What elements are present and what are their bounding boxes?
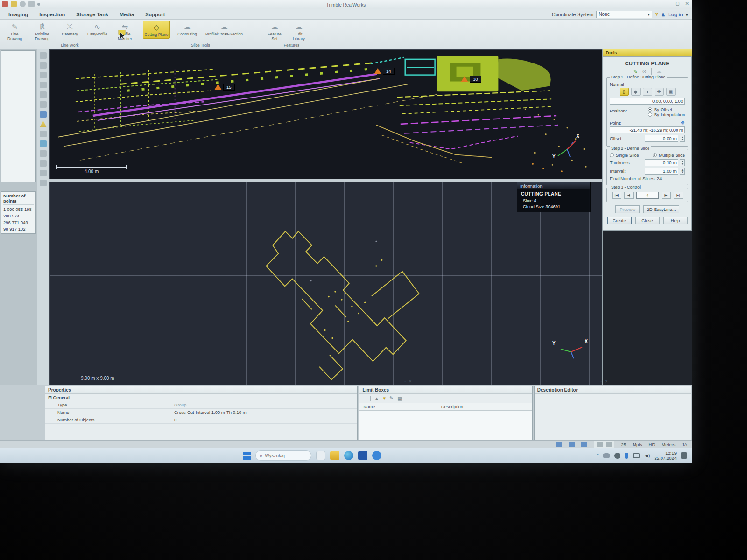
viewport-3d[interactable]: 15 14 30 4.00 m	[49, 49, 602, 179]
snapshot-icon[interactable]	[40, 160, 47, 167]
thickness-spinner[interactable]: ▲▼	[680, 159, 685, 166]
pick-point-icon[interactable]: ❖	[680, 120, 685, 126]
grid-icon[interactable]	[28, 1, 35, 7]
next-slice-button[interactable]: ▶	[662, 192, 671, 199]
coordinate-system-dropdown[interactable]: None ▾	[596, 11, 652, 18]
circle-icon[interactable]	[20, 1, 26, 7]
more-icon[interactable]	[37, 3, 40, 6]
taskbar-clock[interactable]: 12:19 25.07.2024	[654, 450, 677, 461]
feature-set-button[interactable]: ☁ Feature Set	[264, 21, 285, 42]
file-explorer-icon[interactable]	[330, 451, 339, 460]
normal-x-button[interactable]: ◆	[631, 88, 641, 96]
close-button[interactable]: ✕	[685, 1, 689, 6]
prev-slice-button[interactable]: ◀	[624, 192, 634, 199]
description-editor-body[interactable]	[535, 394, 691, 440]
display-options-icon[interactable]	[40, 62, 47, 69]
point-input[interactable]: -21.43 m; -16.29 m; 0.00 m	[610, 126, 685, 133]
settings-icon[interactable]	[40, 180, 47, 186]
cloud-render-icon[interactable]	[597, 442, 603, 447]
reset-plane-icon[interactable]: ☁	[656, 69, 662, 75]
offset-spinner[interactable]: ▲▼	[680, 135, 685, 142]
station-marker[interactable]: 15	[214, 84, 235, 91]
target-icon[interactable]	[40, 170, 47, 176]
single-slice-radio[interactable]: Single Slice	[610, 153, 639, 158]
remove-box-icon[interactable]: –	[363, 396, 366, 401]
pane-close-icon[interactable]: ✕	[605, 379, 608, 384]
tab-media[interactable]: Media	[114, 10, 140, 19]
office-app-icon[interactable]	[358, 451, 367, 460]
current-slice-input[interactable]: 4	[636, 192, 659, 199]
pane-close-icon[interactable]: ✕	[409, 379, 412, 384]
camera-icon[interactable]	[40, 150, 47, 157]
select-icon[interactable]	[40, 101, 47, 108]
by-offset-radio[interactable]: By Offset	[648, 107, 685, 112]
edit-plane-icon[interactable]: ✎	[633, 69, 637, 75]
create-button[interactable]: Create	[607, 217, 632, 224]
minimize-button[interactable]: –	[667, 1, 670, 6]
normal-y-button[interactable]: ◗	[643, 88, 652, 96]
close-tool-button[interactable]: Close	[635, 217, 660, 224]
network-icon[interactable]	[614, 453, 620, 459]
limit-boxes-description-column[interactable]: Description	[437, 403, 467, 410]
easyline-button[interactable]: 2D-EasyLine...	[643, 205, 679, 213]
tab-storage-tank[interactable]: Storage Tank	[70, 10, 114, 19]
limit-boxes-name-column[interactable]: Name	[359, 403, 437, 410]
maximize-button[interactable]: ▢	[675, 1, 679, 6]
cutting-plane-button[interactable]: ◇ Cutting Plane	[143, 21, 170, 39]
login-button[interactable]: Log in	[668, 12, 683, 17]
viewport-2d[interactable]: Information CUTTING PLANE Slice 4 Cloud …	[49, 182, 602, 385]
task-view-icon[interactable]	[316, 451, 325, 460]
help-icon[interactable]: ?	[655, 12, 658, 17]
teams-icon[interactable]	[372, 451, 381, 460]
pan-icon[interactable]	[40, 82, 47, 88]
profile-cross-section-button[interactable]: ☁ Profile/Cross-Section	[204, 21, 244, 38]
station-marker[interactable]: 14	[374, 68, 395, 75]
normal-input[interactable]: 0.00, 0.00, 1.00	[610, 98, 685, 105]
notification-icon[interactable]	[681, 452, 687, 459]
interval-input[interactable]: 1.00 m	[645, 168, 678, 175]
limit-box-icon[interactable]	[40, 140, 47, 147]
by-interpolation-radio[interactable]: By Interpolation	[648, 112, 685, 117]
preview-button[interactable]: Preview	[615, 205, 640, 213]
onedrive-icon[interactable]	[603, 453, 610, 458]
pane-float-icon[interactable]: ▫	[404, 379, 406, 384]
properties-group-general[interactable]: ⊟ General	[45, 394, 357, 401]
layout-single-icon[interactable]	[556, 442, 562, 447]
offset-input[interactable]: 0.00 m	[645, 135, 678, 142]
search-input[interactable]	[265, 453, 302, 458]
thickness-input[interactable]: 0.10 m	[645, 159, 678, 166]
polyline-drawing-button[interactable]: ℟ Polyline Drawing	[30, 21, 54, 42]
tab-imaging[interactable]: Imaging	[3, 10, 34, 19]
tab-support[interactable]: Support	[140, 10, 170, 19]
project-tree[interactable]	[1, 50, 36, 182]
line-drawing-button[interactable]: ✎ Line Drawing	[3, 21, 27, 42]
pane-float-icon[interactable]: ▫	[600, 379, 602, 384]
contouring-button[interactable]: ☁ Contouring	[174, 21, 201, 38]
help-button[interactable]: Help	[663, 217, 688, 224]
interval-spinner[interactable]: ▲▼	[680, 168, 685, 175]
last-slice-button[interactable]: ▶|	[674, 192, 683, 199]
normal-z-button[interactable]: ▯	[620, 88, 629, 96]
status-units[interactable]: Meters	[662, 442, 675, 447]
lock-icon[interactable]: ▲	[374, 396, 380, 401]
copy-box-icon[interactable]: ▩	[397, 395, 402, 401]
microphone-icon[interactable]	[625, 453, 628, 459]
display-icon[interactable]	[633, 453, 640, 458]
pen-icon[interactable]	[11, 1, 17, 7]
warning-icon[interactable]	[40, 121, 47, 127]
point-render-icon[interactable]	[606, 442, 612, 447]
screen-icon[interactable]	[40, 111, 47, 118]
taskbar-search[interactable]: ⌕	[255, 450, 311, 461]
limit-boxes-list[interactable]	[359, 411, 532, 440]
measure-icon[interactable]	[40, 131, 47, 137]
delete-plane-icon[interactable]: ⊘	[642, 69, 647, 75]
new-box-icon[interactable]: ▾	[383, 395, 386, 401]
login-chevron-icon[interactable]: ▾	[686, 12, 688, 17]
status-points-unit[interactable]: Mpts	[633, 442, 642, 447]
speaker-icon[interactable]: ◄)	[644, 453, 650, 458]
zoom-extents-icon[interactable]	[40, 72, 47, 78]
start-button[interactable]	[243, 452, 251, 460]
rotate-icon[interactable]	[40, 91, 47, 98]
easyprofile-button[interactable]: ∿ EasyProfile	[85, 21, 109, 38]
edit-library-button[interactable]: ☁ Edit Library	[289, 21, 309, 42]
